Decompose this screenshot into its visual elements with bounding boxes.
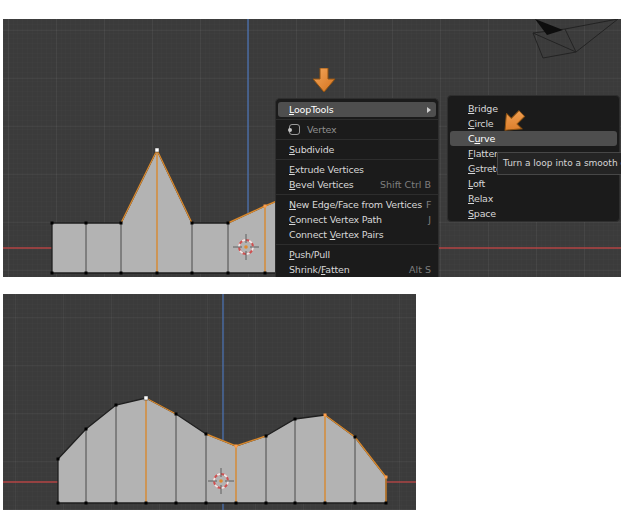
- submenu-item-relax[interactable]: Relax: [448, 191, 619, 206]
- menu-item-label: Space: [468, 208, 496, 219]
- menu-item-label: Shrink/Fatten: [289, 264, 349, 275]
- shortcut-label: J: [424, 214, 431, 225]
- menu-item-label: Connect Vertex Pairs: [289, 229, 383, 240]
- orange-down-arrow-icon: [313, 68, 336, 93]
- submenu-chevron-icon: [427, 107, 431, 113]
- menu-header-label: Vertex: [307, 124, 336, 135]
- menu-item-label: Extrude Vertices: [289, 164, 364, 175]
- menu-item-connect-vertex-pairs[interactable]: Connect Vertex Pairs: [276, 227, 438, 242]
- shortcut-label: Shift Ctrl B: [376, 179, 431, 190]
- tooltip: Turn a loop into a smooth curv: [497, 152, 621, 175]
- menu-item-label: Push/Pull: [289, 249, 330, 260]
- submenu-item-circle[interactable]: Circle: [448, 116, 619, 131]
- menu-item-label: Flatten: [468, 148, 500, 159]
- mesh-object[interactable]: [51, 148, 278, 275]
- menu-item-label: Bridge: [468, 103, 498, 114]
- blender-screenshot-after: [3, 294, 416, 510]
- menu-item-extrude-vertices[interactable]: Extrude Vertices: [276, 162, 438, 177]
- shortcut-label: F: [422, 199, 431, 210]
- menu-item-looptools[interactable]: LoopTools: [278, 102, 436, 117]
- active-vertex: [144, 396, 148, 400]
- menu-item-bevel-vertices[interactable]: Bevel Vertices Shift Ctrl B: [276, 177, 438, 192]
- menu-item-push-pull[interactable]: Push/Pull: [276, 247, 438, 262]
- shortcut-label: Alt S: [405, 264, 431, 275]
- menu-item-label: New Edge/Face from Vertices: [289, 199, 422, 210]
- blender-screenshot-before: LoopTools Vertex Subdivide Extrude Verti…: [3, 19, 621, 277]
- menu-item-label: Subdivide: [289, 144, 334, 155]
- viewport-scene: [3, 294, 416, 510]
- menu-item-subdivide[interactable]: Subdivide: [276, 142, 438, 157]
- menu-item-label: Connect Vertex Path: [289, 214, 382, 225]
- tutorial-page: { "context_menu": { "items": [ {"pre": "…: [0, 0, 621, 513]
- menu-item-label: Circle: [468, 118, 493, 129]
- submenu-item-curve[interactable]: Curve: [450, 131, 617, 146]
- menu-item-label: Curve: [468, 133, 495, 144]
- submenu-item-bridge[interactable]: Bridge: [448, 101, 619, 116]
- menu-item-label: Relax: [468, 193, 493, 204]
- submenu-item-loft[interactable]: Loft: [448, 176, 619, 191]
- menu-item-label: Bevel Vertices: [289, 179, 354, 190]
- vertex-icon: [289, 124, 300, 135]
- active-vertex: [155, 148, 159, 152]
- submenu-item-space[interactable]: Space: [448, 206, 619, 221]
- menu-item-connect-vertex-path[interactable]: Connect Vertex Path J: [276, 212, 438, 227]
- menu-header-vertex: Vertex: [276, 122, 438, 137]
- menu-item-new-edge-face[interactable]: New Edge/Face from Vertices F: [276, 197, 438, 212]
- wireframe-object: [533, 19, 618, 58]
- menu-item-label: Loft: [468, 178, 485, 189]
- menu-item-label: LoopTools: [289, 104, 333, 115]
- tooltip-text: Turn a loop into a smooth curv: [503, 158, 621, 168]
- vertex-context-menu: LoopTools Vertex Subdivide Extrude Verti…: [275, 98, 439, 277]
- menu-item-shrink-fatten[interactable]: Shrink/Fatten Alt S: [276, 262, 438, 277]
- selected-vertex: [264, 205, 267, 208]
